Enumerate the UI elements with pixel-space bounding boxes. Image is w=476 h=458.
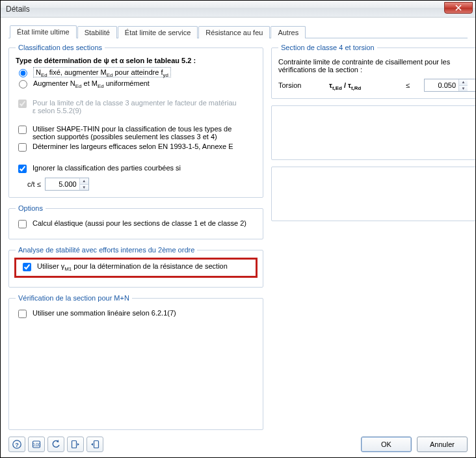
check-elastic-row: Calcul élastique (aussi pour les section… — [16, 219, 256, 230]
check-linear-sum[interactable] — [18, 310, 27, 318]
group-mplusn: Vérification de la section pour M+N Util… — [8, 294, 263, 430]
panels: Classification des sections Type de déte… — [8, 38, 468, 430]
check-effective-widths-label: Déterminer les largeurs efficaces selon … — [33, 142, 233, 150]
check-ignore-curved-row: Ignorer la classification des parties co… — [16, 164, 256, 175]
details-dialog: Détails État limite ultime Stabilité Éta… — [0, 0, 476, 458]
client-area: État limite ultime Stabilité État limite… — [1, 18, 475, 457]
close-icon — [455, 5, 462, 11]
ct-row: c/t ≤ ▲ ▼ — [27, 178, 256, 191]
group-stability-legend: Analyse de stabilité avec efforts intern… — [16, 246, 197, 254]
group-classification-legend: Classification des sections — [16, 44, 105, 51]
toolbar: ? 0.00 — [8, 437, 103, 452]
empty-group-1 — [271, 105, 475, 160]
type-determination-label: Type de détermination de ψ et α selon le… — [16, 57, 256, 64]
help-icon: ? — [12, 439, 22, 450]
svg-rect-5 — [94, 441, 99, 448]
left-column: Classification des sections Type de déte… — [8, 44, 263, 430]
leq-symbol: ≤ — [406, 81, 419, 89]
load-defaults-button[interactable] — [67, 437, 84, 452]
close-button[interactable] — [444, 2, 473, 14]
torsion-spin-up[interactable]: ▲ — [459, 79, 468, 86]
check-shape-thin-label: Utiliser SHAPE-THIN pour la classificati… — [33, 125, 241, 141]
torsion-spin-down[interactable]: ▼ — [459, 86, 468, 92]
save-defaults-button[interactable] — [86, 437, 103, 452]
check-class3-row: Pour la limite c/t de la classe 3 augmen… — [16, 99, 256, 114]
radio-uniform-row: Augmenter NEd et MEd uniformément — [16, 79, 256, 88]
units-button[interactable]: 0.00 — [28, 437, 45, 452]
check-ignore-curved-label: Ignorer la classification des parties co… — [33, 164, 181, 172]
radio-ned-fixed-label: NEd fixé, augmenter MEd pour atteindre f… — [33, 68, 171, 76]
check-effective-widths[interactable] — [18, 143, 27, 152]
ct-label: c/t ≤ — [27, 180, 41, 188]
radio-increase-uniform[interactable] — [19, 80, 27, 88]
window-title: Détails — [1, 5, 30, 14]
check-linear-row: Utiliser une sommation linéaire selon 6.… — [16, 309, 256, 320]
tabstrip: État limite ultime Stabilité État limite… — [8, 24, 468, 38]
check-use-gamma-m1[interactable] — [23, 263, 31, 271]
ct-spin-down[interactable]: ▼ — [80, 185, 88, 191]
help-button[interactable]: ? — [8, 437, 25, 452]
check-effwidths-row: Déterminer les largeurs efficaces selon … — [16, 142, 256, 154]
svg-rect-4 — [72, 441, 77, 448]
ct-spin-up[interactable]: ▲ — [80, 178, 88, 185]
torsion-label: Torsion — [278, 81, 324, 89]
tab-fire-resistance[interactable]: Résistance au feu — [198, 26, 270, 38]
ct-spinner: ▲ ▼ — [45, 178, 89, 191]
svg-text:?: ? — [15, 442, 19, 448]
check-class3-factor — [18, 100, 27, 108]
titlebar: Détails — [1, 1, 475, 18]
ct-spin-arrows: ▲ ▼ — [79, 178, 88, 190]
group-stability-2nd-order: Analyse de stabilité avec efforts intern… — [8, 246, 263, 288]
tab-serviceability[interactable]: État limite de service — [118, 26, 198, 38]
ct-input[interactable] — [46, 178, 79, 190]
right-column: Section de classe 4 et torsion Contraint… — [271, 44, 475, 430]
torsion-formula: τt,Ed / τt,Rd — [329, 81, 401, 89]
torsion-input[interactable] — [425, 79, 458, 91]
tab-other[interactable]: Autres — [271, 26, 306, 38]
check-ignore-curved[interactable] — [18, 165, 27, 173]
gamma-highlight: Utiliser γM1 pour la détermination de la… — [14, 258, 258, 278]
group-class4-torsion: Section de classe 4 et torsion Contraint… — [271, 44, 475, 99]
tab-ultimate-limit[interactable]: État limite ultime — [10, 25, 77, 38]
empty-group-2 — [271, 167, 475, 221]
dialog-buttons: OK Annuler — [361, 437, 468, 452]
radio-ned-fixed-row: NEd fixé, augmenter MEd pour atteindre f… — [16, 68, 256, 77]
cancel-button[interactable]: Annuler — [417, 437, 468, 452]
units-icon: 0.00 — [31, 439, 42, 450]
check-linear-sum-label: Utiliser une sommation linéaire selon 6.… — [33, 309, 176, 317]
svg-point-0 — [13, 440, 21, 448]
ok-button[interactable]: OK — [361, 437, 412, 452]
group-options-legend: Options — [16, 204, 46, 212]
torsion-spin-arrows: ▲ ▼ — [458, 79, 468, 91]
radio-ned-fixed[interactable] — [19, 69, 27, 77]
check-elastic-label: Calcul élastique (aussi pour les section… — [33, 219, 246, 227]
check-use-gamma-m1-label: Utiliser γM1 pour la détermination de la… — [37, 262, 228, 270]
radio-increase-uniform-label: Augmenter NEd et MEd uniformément — [33, 79, 150, 87]
group-mplusn-legend: Vérification de la section pour M+N — [16, 294, 132, 302]
export-icon — [90, 439, 100, 450]
svg-rect-2 — [33, 441, 40, 448]
import-icon — [70, 439, 81, 450]
torsion-spinner: ▲ ▼ — [424, 79, 475, 92]
torsion-row: Torsion τt,Ed / τt,Rd ≤ ▲ ▼ — [278, 79, 475, 92]
check-shapethin-row: Utiliser SHAPE-THIN pour la classificati… — [16, 125, 256, 141]
group-options: Options Calcul élastique (aussi pour les… — [8, 204, 263, 239]
group-classification: Classification des sections Type de déte… — [8, 44, 263, 198]
reset-icon — [51, 439, 61, 450]
group-class4-legend: Section de classe 4 et torsion — [278, 44, 377, 51]
check-elastic[interactable] — [18, 220, 27, 228]
check-class3-factor-label: Pour la limite c/t de la classe 3 augmen… — [33, 99, 241, 114]
svg-text:0.00: 0.00 — [33, 442, 41, 447]
check-gamma-row: Utiliser γM1 pour la détermination de la… — [20, 262, 252, 273]
reset-button[interactable] — [47, 437, 64, 452]
footer: ? 0.00 OK Annuler — [8, 433, 468, 452]
tab-stability[interactable]: Stabilité — [77, 26, 117, 38]
class4-description: Contrainte limite de contrainte de cisai… — [278, 58, 475, 74]
check-shape-thin[interactable] — [18, 126, 27, 134]
